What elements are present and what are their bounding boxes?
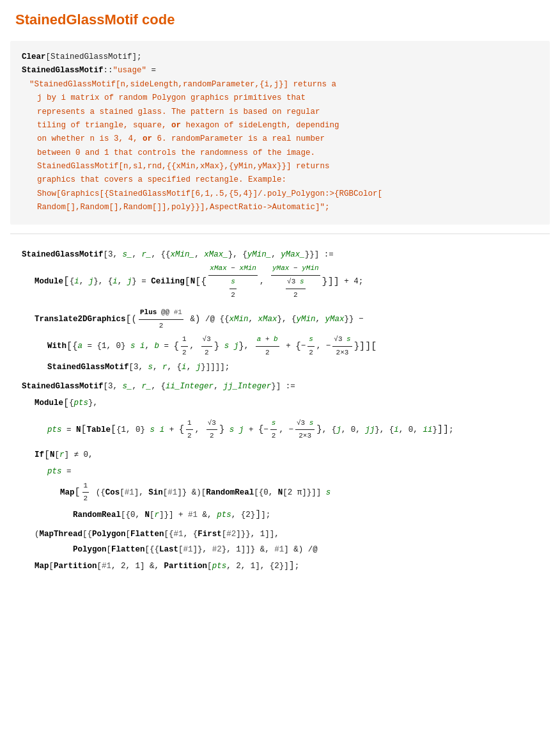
line-1: StainedGlassMotif[3, s_, r_, {{ xMin_, x…: [22, 248, 538, 262]
math-section: StainedGlassMotif[3, s_, r_, {{ xMin_, x…: [10, 241, 550, 582]
line-3: Translate2DGraphics [ ( Plus @@ #12 & ) …: [35, 306, 538, 333]
line-14: Polygon [ Flatten [{{ Last [#1]}, #2}, 1…: [73, 543, 538, 557]
line-6: StainedGlassMotif [3, s_ , r_ , { ii_Int…: [22, 379, 538, 394]
line-15: Map [ Partition [#1, 2, 1] &, Partition …: [35, 557, 538, 575]
line-13: ( MapThread [{ Polygon [ Flatten [{#1, {…: [35, 527, 538, 542]
line-10: pts =: [47, 464, 538, 479]
line-12: RandomReal [{0, N [r]}] + #1 &, pts, {2}…: [73, 506, 538, 523]
line-5: StainedGlassMotif [3, s, r, {i, j}] ] ] …: [47, 360, 538, 375]
line-4: With [ { a = {1, 0} s i, b = { 12 , √32 …: [47, 333, 538, 360]
line-9: If [ N [r] ≠ 0,: [35, 447, 538, 464]
line-7: Module [ {pts},: [35, 395, 538, 412]
code-block-1: Clear[StainedGlassMotif]; StainedGlassMo…: [10, 41, 550, 225]
page-title: StainedGlassMotif code: [0, 0, 560, 36]
line-8: pts = N [ Table [ {1, 0} s i + { 12 , √3…: [47, 417, 538, 443]
line-2: Module[ {i, j}, {i, j} = Ceiling[ N[ { x…: [35, 262, 538, 301]
line-11: Map [ 12 ({ Cos [#1], Sin [#1]} &) [ Ran…: [60, 480, 538, 506]
